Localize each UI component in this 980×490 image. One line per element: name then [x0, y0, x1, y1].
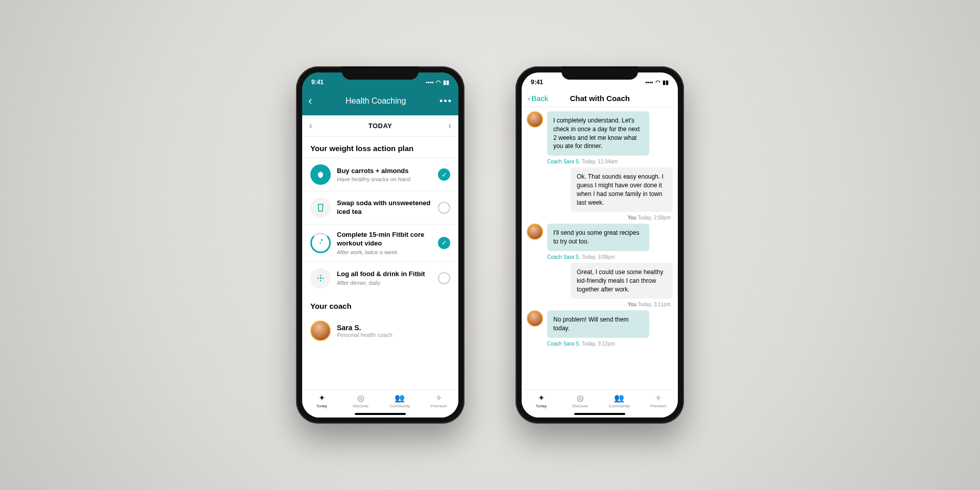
svg-point-2: [320, 275, 322, 277]
svg-point-0: [321, 239, 323, 240]
tab-label: Discover: [353, 404, 369, 408]
wifi-icon: ◠: [436, 79, 441, 86]
message-time: Today, 11:34am: [582, 159, 618, 164]
wifi-icon: ◠: [655, 79, 660, 86]
tab-bar: ✦ Today ◎ Discover 👥 Community ✧ Premium: [522, 389, 678, 410]
status-icons: ▪▪▪▪ ◠ ▮▮: [645, 79, 669, 86]
battery-icon: ▮▮: [443, 79, 449, 86]
tab-label: Premium: [431, 404, 447, 408]
next-day-button[interactable]: ›: [448, 120, 451, 131]
svg-point-5: [323, 278, 324, 279]
svg-point-1: [320, 277, 321, 279]
status-time: 9:41: [311, 79, 324, 86]
task-subtitle: Have healthy snacks on hand: [337, 176, 432, 182]
section-plan-title: Your weight loss action plan: [302, 137, 458, 158]
message-bubble: Great, I could use some healthy kid-frie…: [571, 263, 673, 299]
coach-row[interactable]: Sara S. Personal health coach: [302, 315, 458, 346]
community-icon: 👥: [614, 393, 624, 403]
today-icon: ✦: [538, 393, 545, 403]
message-time: Today, 3:11pm: [638, 302, 671, 307]
checkmark-icon[interactable]: ✓: [438, 168, 450, 181]
apple-icon: [310, 164, 331, 185]
signal-icon: ▪▪▪▪: [645, 79, 653, 85]
battery-icon: ▮▮: [663, 79, 669, 86]
task-item[interactable]: Swap soda with unsweetened iced tea: [302, 191, 458, 224]
premium-icon: ✧: [655, 393, 662, 403]
message-row: I'll send you some great recipes to try …: [527, 224, 673, 251]
task-item[interactable]: Log all food & drink in Fitbit After din…: [302, 261, 458, 295]
phone-right: 9:41 ▪▪▪▪ ◠ ▮▮ ‹ Back Chat with Coach I …: [516, 66, 684, 424]
tab-community[interactable]: 👥 Community: [600, 393, 639, 408]
more-button[interactable]: •••: [439, 96, 452, 107]
drink-icon: [310, 198, 331, 218]
day-selector: ‹ TODAY ›: [302, 115, 458, 137]
fitbit-icon: [310, 268, 331, 288]
sender-name: Coach Sara S.: [547, 254, 580, 260]
coach-name: Sara S.: [337, 324, 393, 332]
message-bubble: Ok. That sounds easy enough. I guess I m…: [571, 167, 673, 212]
header: ‹ Health Coaching •••: [302, 92, 458, 115]
home-indicator[interactable]: [302, 410, 458, 418]
content: Your weight loss action plan Buy carrots…: [302, 137, 458, 389]
tab-label: Premium: [650, 404, 667, 408]
sender-name: Coach Sara S.: [547, 341, 580, 347]
chat-thread[interactable]: I completely understand. Let's check in …: [522, 107, 678, 389]
task-title: Buy carrots + almonds: [337, 167, 432, 176]
message-time: Today, 3:12pm: [582, 341, 615, 347]
tab-discover[interactable]: ◎ Discover: [341, 393, 381, 408]
tab-label: Today: [536, 404, 547, 408]
checkbox-empty[interactable]: [438, 202, 450, 214]
message-bubble: I completely understand. Let's check in …: [547, 111, 649, 156]
task-subtitle: After dinner, daily: [337, 280, 432, 286]
screen-right: 9:41 ▪▪▪▪ ◠ ▮▮ ‹ Back Chat with Coach I …: [522, 72, 678, 418]
tab-label: Community: [609, 404, 629, 408]
tab-label: Discover: [572, 404, 588, 408]
svg-point-3: [320, 280, 322, 282]
message-bubble: No problem! Will send them today.: [547, 310, 649, 338]
sender-name: You: [628, 302, 636, 307]
today-icon: ✦: [318, 393, 325, 403]
screen-left: 9:41 ▪▪▪▪ ◠ ▮▮ ‹ Health Coaching ••• ‹ T…: [302, 72, 458, 418]
status-time: 9:41: [531, 79, 543, 86]
tab-premium[interactable]: ✧ Premium: [639, 393, 678, 408]
message-time: Today, 2:00pm: [638, 215, 671, 220]
notch: [561, 66, 638, 80]
page-title: Health Coaching: [346, 96, 406, 106]
coach-avatar: [527, 224, 543, 240]
message-row: Great, I could use some healthy kid-frie…: [527, 263, 673, 299]
back-button[interactable]: ‹: [308, 94, 312, 108]
tab-bar: ✦ Today ◎ Discover 👥 Community ✧ Premium: [302, 389, 458, 410]
section-coach-title: Your coach: [302, 295, 458, 315]
home-indicator[interactable]: [522, 410, 678, 418]
discover-icon: ◎: [577, 393, 584, 403]
task-title: Swap soda with unsweetened iced tea: [337, 199, 432, 216]
message-meta: Coach Sara S. Today, 3:12pm: [527, 341, 673, 347]
sender-name: Coach Sara S.: [547, 159, 580, 164]
coach-avatar: [527, 310, 543, 327]
message-time: Today, 3:09pm: [582, 254, 615, 260]
notch: [342, 66, 419, 80]
tab-label: Community: [389, 404, 410, 408]
tab-today[interactable]: ✦ Today: [302, 393, 341, 408]
message-meta: You Today, 2:00pm: [527, 215, 673, 220]
prev-day-button[interactable]: ‹: [309, 120, 312, 131]
checkbox-empty[interactable]: [438, 272, 450, 284]
coach-role: Personal health coach: [337, 332, 393, 338]
premium-icon: ✧: [435, 393, 442, 403]
task-item[interactable]: Buy carrots + almonds Have healthy snack…: [302, 158, 458, 191]
message-meta: You Today, 3:11pm: [527, 302, 673, 307]
task-title: Complete 15-min Fitbit core workout vide…: [337, 231, 432, 248]
tab-discover[interactable]: ◎ Discover: [561, 393, 600, 408]
message-row: I completely understand. Let's check in …: [527, 111, 673, 156]
checkmark-icon[interactable]: ✓: [438, 237, 450, 249]
signal-icon: ▪▪▪▪: [426, 79, 434, 85]
tab-premium[interactable]: ✧ Premium: [420, 393, 459, 408]
tab-label: Today: [316, 404, 327, 408]
svg-point-4: [317, 278, 319, 279]
community-icon: 👥: [395, 393, 405, 403]
header: ‹ Back Chat with Coach: [522, 92, 678, 107]
task-item[interactable]: Complete 15-min Fitbit core workout vide…: [302, 224, 458, 261]
message-bubble: I'll send you some great recipes to try …: [547, 224, 649, 251]
tab-today[interactable]: ✦ Today: [522, 393, 561, 408]
tab-community[interactable]: 👥 Community: [380, 393, 420, 408]
